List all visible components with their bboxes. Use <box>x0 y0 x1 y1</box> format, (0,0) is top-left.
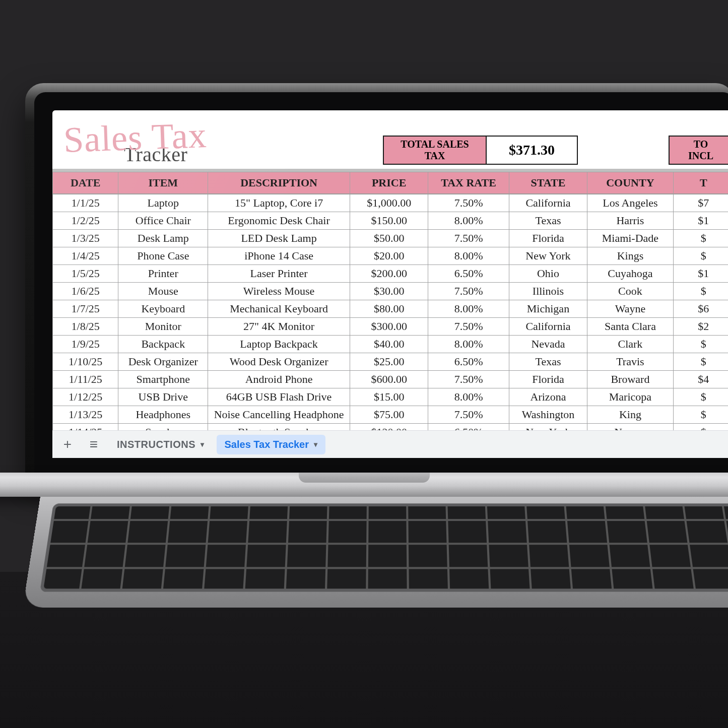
cell-tax-rate[interactable]: 6.50% <box>428 265 509 283</box>
cell-description[interactable]: Mechanical Keyboard <box>208 300 350 318</box>
cell-price[interactable]: $200.00 <box>350 265 428 283</box>
cell-state[interactable]: Ohio <box>509 265 587 283</box>
cell-tax-rate[interactable]: 8.00% <box>428 247 509 265</box>
cell-item[interactable]: Speaker <box>118 424 208 431</box>
table-row[interactable]: 1/2/25Office ChairErgonomic Desk Chair$1… <box>53 212 729 230</box>
cell-state[interactable]: Arizona <box>509 388 587 406</box>
cell-county[interactable]: Broward <box>587 371 673 388</box>
cell-tax-rate[interactable]: 7.50% <box>428 318 509 336</box>
cell-item[interactable]: Mouse <box>118 283 208 300</box>
table-row[interactable]: 1/13/25HeadphonesNoise Cancelling Headph… <box>53 406 729 424</box>
cell-state[interactable]: Texas <box>509 353 587 371</box>
cell-state[interactable]: Nevada <box>509 336 587 353</box>
table-row[interactable]: 1/4/25Phone CaseiPhone 14 Case$20.008.00… <box>53 247 729 265</box>
cell-description[interactable]: 64GB USB Flash Drive <box>208 388 350 406</box>
cell-description[interactable]: Ergonomic Desk Chair <box>208 212 350 230</box>
cell-price[interactable]: $40.00 <box>350 336 428 353</box>
cell-date[interactable]: 1/5/25 <box>53 265 118 283</box>
cell-date[interactable]: 1/9/25 <box>53 336 118 353</box>
cell-tax-rate[interactable]: 8.00% <box>428 212 509 230</box>
cell-county[interactable]: Kings <box>587 247 673 265</box>
cell-item[interactable]: Smartphone <box>118 371 208 388</box>
cell-description[interactable]: Bluetooth Speaker <box>208 424 350 431</box>
table-row[interactable]: 1/5/25PrinterLaser Printer$200.006.50%Oh… <box>53 265 729 283</box>
cell-state[interactable]: Florida <box>509 230 587 247</box>
cell-date[interactable]: 1/7/25 <box>53 300 118 318</box>
cell-date[interactable]: 1/12/25 <box>53 388 118 406</box>
cell-price[interactable]: $30.00 <box>350 283 428 300</box>
cell-item[interactable]: Keyboard <box>118 300 208 318</box>
add-sheet-button[interactable]: + <box>56 433 79 455</box>
cell-tax-rate[interactable]: 7.50% <box>428 406 509 424</box>
cell-price[interactable]: $25.00 <box>350 353 428 371</box>
cell-price[interactable]: $600.00 <box>350 371 428 388</box>
cell-county[interactable]: Cook <box>587 283 673 300</box>
cell-state[interactable]: New York <box>509 424 587 431</box>
cell-county[interactable]: Maricopa <box>587 388 673 406</box>
cell-county[interactable]: Clark <box>587 336 673 353</box>
cell-tax-rate[interactable]: 8.00% <box>428 388 509 406</box>
cell-tax-rate[interactable]: 7.50% <box>428 230 509 247</box>
cell-item[interactable]: Monitor <box>118 318 208 336</box>
cell-tax[interactable]: $ <box>673 406 728 424</box>
cell-date[interactable]: 1/13/25 <box>53 406 118 424</box>
cell-tax[interactable]: $1 <box>673 265 728 283</box>
sales-table[interactable]: DATE ITEM DESCRIPTION PRICE TAX RATE STA… <box>52 172 728 430</box>
cell-tax[interactable]: $4 <box>673 371 728 388</box>
cell-tax[interactable]: $ <box>673 230 728 247</box>
cell-date[interactable]: 1/10/25 <box>53 353 118 371</box>
table-row[interactable]: 1/12/25USB Drive64GB USB Flash Drive$15.… <box>53 388 729 406</box>
cell-county[interactable]: King <box>587 406 673 424</box>
cell-description[interactable]: Wireless Mouse <box>208 283 350 300</box>
cell-price[interactable]: $50.00 <box>350 230 428 247</box>
cell-tax[interactable]: $7 <box>673 194 728 212</box>
cell-tax[interactable]: $ <box>673 283 728 300</box>
cell-county[interactable]: Cuyahoga <box>587 265 673 283</box>
cell-tax[interactable]: $ <box>673 388 728 406</box>
cell-state[interactable]: Florida <box>509 371 587 388</box>
cell-date[interactable]: 1/1/25 <box>53 194 118 212</box>
table-row[interactable]: 1/3/25Desk LampLED Desk Lamp$50.007.50%F… <box>53 230 729 247</box>
table-row[interactable]: 1/6/25MouseWireless Mouse$30.007.50%Illi… <box>53 283 729 300</box>
cell-state[interactable]: New York <box>509 247 587 265</box>
cell-price[interactable]: $80.00 <box>350 300 428 318</box>
cell-description[interactable]: 15" Laptop, Core i7 <box>208 194 350 212</box>
cell-state[interactable]: California <box>509 194 587 212</box>
cell-county[interactable]: Los Angeles <box>587 194 673 212</box>
cell-price[interactable]: $150.00 <box>350 212 428 230</box>
cell-item[interactable]: Headphones <box>118 406 208 424</box>
cell-county[interactable]: Santa Clara <box>587 318 673 336</box>
cell-price[interactable]: $75.00 <box>350 406 428 424</box>
col-price[interactable]: PRICE <box>350 172 428 194</box>
cell-description[interactable]: iPhone 14 Case <box>208 247 350 265</box>
cell-description[interactable]: Android Phone <box>208 371 350 388</box>
cell-item[interactable]: Printer <box>118 265 208 283</box>
cell-county[interactable]: Miami-Dade <box>587 230 673 247</box>
spreadsheet-grid[interactable]: DATE ITEM DESCRIPTION PRICE TAX RATE STA… <box>52 169 728 430</box>
table-row[interactable]: 1/9/25BackpackLaptop Backpack$40.008.00%… <box>53 336 729 353</box>
cell-tax-rate[interactable]: 6.50% <box>428 353 509 371</box>
cell-tax[interactable]: $ <box>673 353 728 371</box>
col-tax-rate[interactable]: TAX RATE <box>428 172 509 194</box>
cell-tax[interactable]: $ <box>673 247 728 265</box>
cell-price[interactable]: $20.00 <box>350 247 428 265</box>
cell-date[interactable]: 1/4/25 <box>53 247 118 265</box>
cell-description[interactable]: Laser Printer <box>208 265 350 283</box>
col-state[interactable]: STATE <box>509 172 587 194</box>
table-row[interactable]: 1/7/25KeyboardMechanical Keyboard$80.008… <box>53 300 729 318</box>
cell-tax-rate[interactable]: 8.00% <box>428 300 509 318</box>
cell-price[interactable]: $15.00 <box>350 388 428 406</box>
cell-description[interactable]: Wood Desk Organizer <box>208 353 350 371</box>
cell-tax[interactable]: $2 <box>673 318 728 336</box>
cell-tax-rate[interactable]: 7.50% <box>428 283 509 300</box>
tab-instructions[interactable]: INSTRUCTIONS ▾ <box>109 435 213 454</box>
cell-date[interactable]: 1/11/25 <box>53 371 118 388</box>
cell-description[interactable]: 27" 4K Monitor <box>208 318 350 336</box>
cell-price[interactable]: $300.00 <box>350 318 428 336</box>
cell-tax[interactable]: $ <box>673 424 728 431</box>
cell-item[interactable]: Desk Organizer <box>118 353 208 371</box>
cell-item[interactable]: Backpack <box>118 336 208 353</box>
cell-price[interactable]: $120.00 <box>350 424 428 431</box>
cell-tax-rate[interactable]: 8.00% <box>428 336 509 353</box>
cell-item[interactable]: Laptop <box>118 194 208 212</box>
